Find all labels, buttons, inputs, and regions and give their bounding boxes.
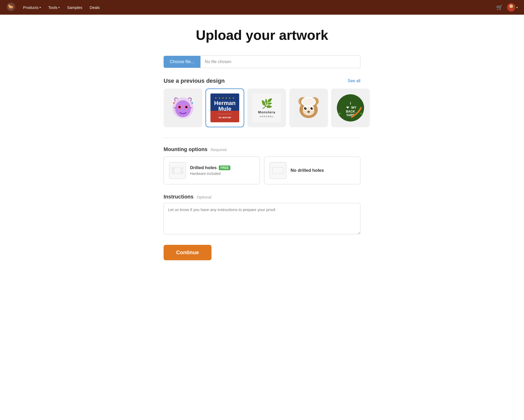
svg-point-26 [307,111,310,113]
drilled-holes-info: Drilled holes FREE Hardware included [190,165,254,176]
svg-rect-35 [172,167,183,174]
mounting-options-header: Mounting options Required [164,146,360,152]
mounting-options-group: Drilled holes FREE Hardware included No … [164,157,360,184]
instructions-title: Instructions [164,194,193,200]
svg-point-23 [310,107,313,110]
monstera-name: Monstera [258,110,275,114]
nav-item-deals[interactable]: Deals [87,3,103,12]
optional-label: Optional [197,195,211,199]
design-art-4 [294,93,323,122]
previous-designs-header: Use a previous design See all [164,78,360,84]
svg-text:I: I [350,101,351,105]
mounting-option-drilled[interactable]: Drilled holes FREE Hardware included [164,157,260,184]
no-drilled-info: No drilled holes [291,168,355,173]
monstera-tagline: APPAREL [260,115,274,118]
cart-icon[interactable]: 🛒 [496,4,503,10]
continue-button[interactable]: Continue [164,245,211,260]
svg-text:★: ★ [172,101,175,105]
user-chevron-icon: ▾ [516,6,518,9]
logo[interactable]: 🐎 [6,2,20,13]
design-art-2: ★ ★ ★ ★ ★ ★ HermanMule ────────── for MA… [210,93,239,122]
nav-item-samples[interactable]: Samples [64,3,85,12]
user-menu[interactable]: ▾ [507,3,518,12]
drilled-holes-label: Drilled holes FREE [190,165,254,170]
herman-stars: ★ ★ ★ ★ ★ ★ [215,97,235,99]
design-item-3[interactable]: 🌿 Monstera APPAREL [247,89,286,127]
file-upload-row: Choose file... No file chosen [164,56,360,68]
file-name-display: No file chosen [200,56,360,68]
navigation: 🐎 Products ▾ Tools ▾ Samples Deals 🛒 [0,0,524,15]
svg-text:BACK: BACK [346,110,355,113]
drilled-holes-icon [169,162,186,179]
herman-bottom: for MAYOR [219,116,231,119]
svg-point-3 [508,8,514,12]
svg-point-2 [509,4,513,8]
instructions-header: Instructions Optional [164,194,360,200]
chevron-down-icon: ▾ [40,6,41,9]
svg-point-36 [173,168,174,170]
svg-point-8 [179,106,181,108]
design-item-1[interactable]: ★ ★ [164,89,202,127]
mounting-title: Mounting options [164,146,208,152]
design-art-1: ★ ★ [169,93,197,122]
nav-items: Products ▾ Tools ▾ Samples Deals [20,3,496,12]
design-item-4[interactable] [289,89,328,127]
free-badge: FREE [219,165,230,170]
monstera-leaf: 🌿 [261,98,273,109]
choose-file-button[interactable]: Choose file... [164,56,200,68]
section-divider [164,138,360,138]
main-content: Upload your artwork Choose file... No fi… [157,15,367,276]
chevron-down-icon: ▾ [58,6,60,9]
svg-point-22 [304,107,307,110]
design-item-5[interactable]: I ❤ MY BACK YARD [331,89,370,127]
no-drilled-label: No drilled holes [291,168,355,173]
svg-rect-40 [272,167,283,174]
svg-text:🐎: 🐎 [8,4,14,10]
svg-point-39 [181,171,182,173]
see-all-link[interactable]: See all [348,79,360,83]
svg-text:MY: MY [351,106,356,109]
mounting-option-no-drilled[interactable]: No drilled holes [264,157,360,184]
svg-point-5 [175,100,191,117]
svg-point-9 [185,106,187,108]
instructions-textarea[interactable] [164,203,360,234]
nav-right: 🛒 ▾ [496,3,518,12]
svg-text:★: ★ [191,101,194,105]
previous-designs-title: Use a previous design [164,78,225,84]
svg-text:❤: ❤ [346,106,349,109]
required-badge: Required [211,147,227,152]
svg-point-28 [302,98,315,106]
nav-item-products[interactable]: Products ▾ [20,3,44,12]
drilled-holes-sublabel: Hardware included [190,172,254,176]
svg-point-38 [173,171,174,173]
design-art-3: 🌿 Monstera APPAREL [252,93,281,122]
nav-item-tools[interactable]: Tools ▾ [45,3,63,12]
avatar[interactable] [507,3,515,12]
page-title: Upload your artwork [164,27,360,43]
svg-point-24 [305,107,306,108]
svg-point-29 [337,94,364,121]
design-item-2[interactable]: ★ ★ ★ ★ ★ ★ HermanMule ────────── for MA… [205,89,244,127]
herman-sub: ────────── [218,113,232,115]
herman-name: HermanMule [214,100,236,112]
designs-grid: ★ ★ ★ ★ ★ ★ ★ ★ HermanMule ────────── fo… [164,89,360,127]
svg-point-25 [312,107,313,108]
svg-point-37 [181,168,182,170]
no-drilled-holes-icon [270,162,286,179]
design-art-5: I ❤ MY BACK YARD [336,93,365,122]
